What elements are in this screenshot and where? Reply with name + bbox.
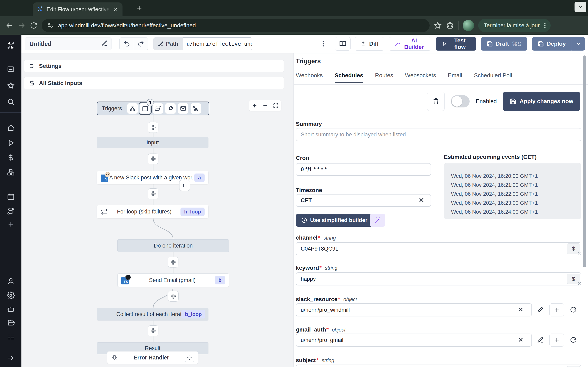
- path-input[interactable]: u/henri/effective_undef: [183, 37, 252, 50]
- profile-avatar[interactable]: [463, 20, 474, 31]
- tab-scheduled-poll[interactable]: Scheduled Poll: [474, 72, 512, 83]
- timezone-input[interactable]: [296, 194, 431, 207]
- slack-step-node[interactable]: TS A new Slack post with a given wor... …: [97, 171, 208, 184]
- cron-input[interactable]: [296, 163, 431, 176]
- site-info-icon[interactable]: [47, 22, 54, 29]
- search-icon[interactable]: [7, 98, 15, 106]
- zoom-out-icon[interactable]: [262, 103, 268, 109]
- refresh-slack-resource-icon[interactable]: [570, 306, 577, 314]
- schedule-trigger-icon[interactable]: 1: [140, 103, 150, 114]
- workers-bot-icon[interactable]: [7, 305, 15, 314]
- flow-title-box[interactable]: Untitled: [25, 37, 112, 50]
- forward-icon[interactable]: [17, 21, 26, 30]
- simplified-builder-button[interactable]: Use simplified builder: [296, 214, 373, 227]
- tab-close-icon[interactable]: [113, 6, 119, 12]
- flow-canvas[interactable]: Triggers 1: [21, 93, 293, 367]
- subject-template-dollar-icon[interactable]: $: [567, 366, 580, 367]
- back-icon[interactable]: [5, 21, 13, 30]
- insert-step-plus-icon[interactable]: [168, 291, 179, 301]
- docs-book-button[interactable]: [335, 37, 351, 50]
- edit-gmail-auth-pencil-icon[interactable]: [537, 336, 544, 344]
- keyword-resize-handle[interactable]: [578, 282, 581, 285]
- slack-resource-input[interactable]: [296, 303, 532, 317]
- edit-title-pencil-icon[interactable]: [101, 40, 108, 48]
- settings-gear-icon[interactable]: [7, 292, 15, 300]
- enabled-toggle[interactable]: [451, 95, 470, 108]
- triggers-node[interactable]: Triggers 1: [97, 101, 209, 115]
- channel-input[interactable]: [296, 242, 581, 255]
- insert-step-plus-icon[interactable]: [148, 154, 158, 164]
- error-handler-node[interactable]: Error Handler: [107, 351, 198, 364]
- edit-slack-resource-pencil-icon[interactable]: [537, 306, 544, 314]
- browser-tab[interactable]: Edit Flow u/henri/effective_un: [33, 2, 122, 16]
- tab-email[interactable]: Email: [448, 72, 462, 83]
- apply-changes-button[interactable]: Apply changes now: [503, 92, 580, 111]
- user-icon[interactable]: [7, 277, 15, 286]
- zoom-in-icon[interactable]: [251, 103, 258, 109]
- routes-icon[interactable]: [7, 207, 15, 216]
- insert-step-plus-icon[interactable]: [148, 122, 158, 133]
- extensions-puzzle-icon[interactable]: [446, 21, 454, 30]
- gmail-auth-input[interactable]: [296, 334, 532, 347]
- route-trigger-icon[interactable]: [153, 103, 163, 114]
- tab-schedules[interactable]: Schedules: [335, 72, 363, 83]
- folders-icon[interactable]: [7, 319, 15, 327]
- new-tab-button[interactable]: [136, 4, 143, 12]
- test-flow-button[interactable]: Test flow: [436, 37, 476, 50]
- apps-icon[interactable]: [7, 65, 15, 74]
- refresh-gmail-auth-icon[interactable]: [570, 336, 577, 344]
- settings-row[interactable]: Settings: [24, 60, 284, 72]
- email-trigger-icon[interactable]: [178, 103, 189, 114]
- reload-icon[interactable]: [30, 22, 38, 29]
- insert-step-plus-icon[interactable]: [148, 325, 158, 336]
- chrome-update-button[interactable]: Terminer la mise à jour: [478, 19, 551, 32]
- keyword-input[interactable]: [296, 272, 581, 285]
- ai-cron-wand-icon[interactable]: [370, 214, 385, 227]
- fit-view-icon[interactable]: [273, 103, 279, 109]
- early-stop-square-icon[interactable]: [179, 180, 190, 191]
- windmill-logo-icon[interactable]: [6, 40, 16, 52]
- add-slack-resource-plus-icon[interactable]: [549, 303, 564, 317]
- clear-slack-resource-x-icon[interactable]: [518, 306, 524, 313]
- tab-websockets[interactable]: Websockets: [405, 72, 436, 83]
- logs-list-icon[interactable]: [7, 333, 15, 342]
- add-error-handler-plus-icon[interactable]: [185, 353, 194, 362]
- draft-button[interactable]: Draft ⌘S: [481, 37, 527, 50]
- redo-button[interactable]: [134, 38, 148, 50]
- deploy-dropdown-chevron-icon[interactable]: [572, 37, 585, 50]
- all-static-inputs-row[interactable]: All Static Inputs: [24, 77, 284, 89]
- input-node[interactable]: Input: [97, 137, 208, 148]
- tab-routes[interactable]: Routes: [375, 72, 393, 83]
- for-loop-node[interactable]: For loop (skip failures) b_loop: [97, 205, 208, 218]
- insert-step-plus-icon[interactable]: [148, 188, 158, 199]
- favorites-star-icon[interactable]: [7, 82, 15, 90]
- clear-timezone-x-icon[interactable]: [418, 197, 425, 204]
- send-email-node[interactable]: TS Send Email (gmail) b: [117, 273, 229, 287]
- summary-input[interactable]: [296, 128, 581, 141]
- insert-step-plus-icon[interactable]: [168, 257, 178, 267]
- clear-gmail-auth-x-icon[interactable]: [518, 336, 524, 343]
- undo-button[interactable]: [120, 38, 134, 50]
- deploy-button[interactable]: Deploy: [532, 37, 572, 50]
- diff-button[interactable]: Diff: [355, 37, 384, 50]
- add-gmail-auth-plus-icon[interactable]: [549, 334, 564, 347]
- delete-schedule-trash-icon[interactable]: [427, 92, 445, 111]
- channel-resize-handle[interactable]: [578, 252, 581, 255]
- webhook-trigger-icon[interactable]: [127, 103, 138, 114]
- more-options-kebab-icon[interactable]: [320, 40, 327, 47]
- runs-play-icon[interactable]: [7, 139, 15, 148]
- schedules-calendar-icon[interactable]: [7, 193, 15, 201]
- do-one-iteration-node[interactable]: Do one iteration: [117, 239, 229, 252]
- tab-webhooks[interactable]: Webhooks: [296, 72, 323, 83]
- ai-builder-button[interactable]: AI Builder: [389, 37, 431, 50]
- add-plus-icon[interactable]: [7, 220, 15, 229]
- home-icon[interactable]: [7, 124, 15, 133]
- bookmark-star-icon[interactable]: [434, 21, 442, 30]
- expand-arrow-icon[interactable]: [7, 354, 15, 363]
- panel-scrollbar[interactable]: [583, 55, 586, 267]
- resources-boxes-icon[interactable]: [7, 169, 15, 177]
- scheduled-poll-binoculars-icon[interactable]: [190, 103, 201, 114]
- variables-dollar-icon[interactable]: [7, 154, 15, 162]
- url-bar[interactable]: app.windmill.dev/flows/edit/u/henri/effe…: [42, 19, 430, 32]
- tab-search-chevron-icon[interactable]: [575, 2, 586, 12]
